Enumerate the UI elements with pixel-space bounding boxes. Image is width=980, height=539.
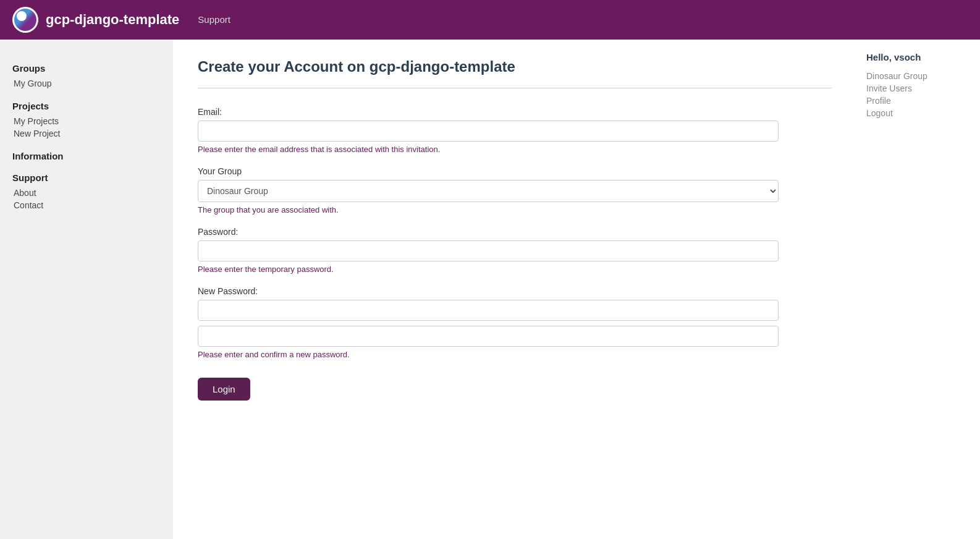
group-select[interactable]: Dinosaur Group [198, 180, 779, 202]
right-link-profile[interactable]: Profile [866, 95, 970, 107]
new-password-hint: Please enter and confirm a new password. [198, 350, 832, 359]
sidebar-item-new-project[interactable]: New Project [14, 127, 161, 140]
password-form-group: Password: Please enter the temporary pas… [198, 227, 832, 274]
page-title: Create your Account on gcp-django-templa… [198, 58, 832, 75]
login-button[interactable]: Login [198, 378, 250, 401]
sidebar-item-contact[interactable]: Contact [14, 199, 161, 211]
sidebar-groups-title: Groups [12, 63, 161, 74]
group-form-group: Your Group Dinosaur Group The group that… [198, 166, 832, 214]
confirm-password-input[interactable] [198, 326, 779, 347]
sidebar-projects-title: Projects [12, 101, 161, 111]
sidebar-item-about[interactable]: About [14, 187, 161, 199]
page-layout: Groups My Group Projects My Projects New… [0, 40, 980, 539]
app-title: gcp-django-template [46, 12, 179, 28]
password-label: Password: [198, 227, 832, 237]
sidebar-item-my-group[interactable]: My Group [14, 77, 161, 90]
header-nav: Support [198, 14, 230, 25]
new-password-label: New Password: [198, 286, 832, 296]
logo-container: gcp-django-template [12, 7, 179, 33]
password-hint: Please enter the temporary password. [198, 265, 832, 274]
group-hint: The group that you are associated with. [198, 205, 832, 214]
new-password-form-group: New Password: Please enter and confirm a… [198, 286, 832, 359]
main-content: Create your Account on gcp-django-templa… [173, 40, 856, 539]
right-sidebar: Hello, vsoch Dinosaur Group Invite Users… [856, 40, 980, 539]
header: gcp-django-template Support [0, 0, 980, 40]
email-input[interactable] [198, 121, 779, 142]
left-sidebar: Groups My Group Projects My Projects New… [0, 40, 173, 539]
right-link-invite-users[interactable]: Invite Users [866, 82, 970, 95]
logo-icon [12, 7, 38, 33]
hello-text: Hello, vsoch [866, 52, 970, 62]
right-link-logout[interactable]: Logout [866, 107, 970, 119]
email-form-group: Email: Please enter the email address th… [198, 107, 832, 154]
new-password-input[interactable] [198, 300, 779, 321]
sidebar-support-title: Support [12, 172, 161, 183]
email-hint: Please enter the email address that is a… [198, 145, 832, 154]
title-divider [198, 88, 832, 88]
right-link-dinosaur-group[interactable]: Dinosaur Group [866, 70, 970, 82]
sidebar-item-my-projects[interactable]: My Projects [14, 115, 161, 127]
sidebar-information-title: Information [12, 151, 161, 161]
email-label: Email: [198, 107, 832, 117]
password-input[interactable] [198, 240, 779, 261]
group-label: Your Group [198, 166, 832, 176]
support-nav-link[interactable]: Support [198, 14, 230, 25]
